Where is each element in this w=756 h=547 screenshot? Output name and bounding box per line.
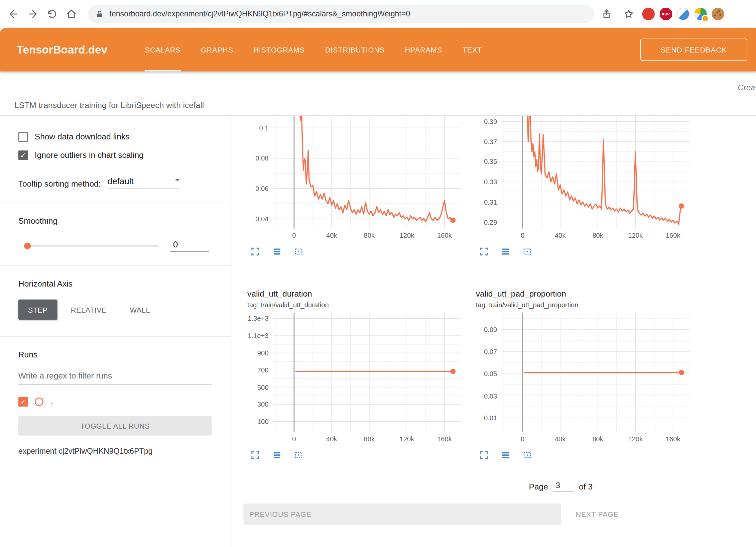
chart-tag: tag: train/valid_utt_duration	[247, 300, 465, 310]
chart-title: valid_utt_duration	[247, 289, 465, 300]
checkbox-icon[interactable]	[18, 150, 28, 160]
y-tick-label: 700	[257, 365, 269, 375]
expand-chart-icon[interactable]	[479, 246, 489, 256]
tab-distributions[interactable]: DISTRIBUTIONS	[325, 28, 385, 72]
axis-relative-button[interactable]: RELATIVE	[61, 300, 116, 320]
abp-extension-icon[interactable]: ABP	[659, 8, 672, 20]
run-checkbox[interactable]	[18, 397, 28, 407]
x-tick-label: 40k	[555, 231, 566, 239]
experiment-id-text: experiment cj2vtPiwQHKN9Q1tx6PTpg	[18, 447, 212, 456]
tab-scalars[interactable]: SCALARS	[145, 28, 180, 72]
send-feedback-button[interactable]: SEND FEEDBACK	[640, 38, 747, 61]
y-tick-label: 0.08	[255, 153, 268, 163]
expand-chart-icon[interactable]	[479, 450, 489, 460]
y-tick-label: 900	[257, 348, 269, 358]
slider-thumb[interactable]	[24, 242, 31, 249]
browser-back-button[interactable]	[4, 4, 23, 24]
x-tick-label: 120k	[628, 435, 643, 443]
experiment-description: LSTM transducer training for LibriSpeech…	[14, 101, 204, 111]
x-tick-label: 80k	[364, 435, 375, 443]
x-tick-label: 80k	[592, 435, 603, 443]
back-arrow-icon	[8, 8, 19, 20]
browser-home-button[interactable]	[62, 4, 81, 24]
y-tick-label: 0.04	[255, 214, 268, 224]
home-icon	[66, 8, 77, 20]
share-button[interactable]	[598, 4, 615, 24]
chart-tag: tag: train/valid_utt_pad_proportion	[476, 300, 694, 310]
profile-avatar[interactable]: 1	[694, 8, 707, 20]
plot-area[interactable]	[273, 313, 462, 432]
fit-domain-icon[interactable]	[294, 450, 304, 460]
y-tick-label: 1.3e+3	[248, 314, 268, 323]
y-tick-label: 0.29	[484, 217, 497, 227]
plot-area[interactable]	[273, 116, 462, 229]
y-tick-label: 0.33	[484, 177, 497, 187]
runs-label: Runs	[18, 350, 212, 360]
show-download-links-row[interactable]: Show data download links	[18, 132, 212, 142]
browser-reload-button[interactable]	[42, 4, 62, 24]
pagination: Page of 3	[529, 477, 756, 492]
expand-chart-icon[interactable]	[250, 450, 260, 460]
x-tick-label: 160k	[666, 435, 680, 443]
checkbox-icon[interactable]	[18, 132, 28, 142]
tooltip-sort-value: default	[108, 177, 134, 187]
y-tick-label: 300	[257, 400, 269, 409]
created-text-clipped: Crea	[738, 83, 755, 92]
x-axis-labels: 040k80k120k160k	[273, 229, 462, 241]
lock-icon	[96, 10, 104, 18]
log-scale-icon[interactable]	[500, 246, 510, 256]
tab-text[interactable]: TEXT	[463, 28, 482, 72]
x-tick-label: 0	[292, 435, 296, 443]
fit-domain-icon[interactable]	[522, 450, 532, 460]
log-scale-icon[interactable]	[272, 450, 282, 460]
divider	[0, 265, 231, 265]
y-axis-labels: 0.290.310.330.350.370.39	[472, 116, 502, 229]
y-tick-label: 0.06	[255, 184, 268, 193]
x-axis-labels: 040k80k120k160k	[273, 432, 462, 445]
previous-page-button[interactable]: PREVIOUS PAGE	[244, 504, 561, 525]
browser-forward-button[interactable]	[23, 4, 42, 24]
plot-area[interactable]	[502, 116, 690, 229]
log-scale-icon[interactable]	[500, 450, 510, 460]
axis-wall-button[interactable]: WALL	[120, 300, 160, 320]
plot-area[interactable]	[502, 313, 690, 432]
x-tick-label: 80k	[592, 231, 603, 239]
slider-track[interactable]	[25, 245, 159, 246]
share-icon	[601, 9, 612, 19]
axis-step-button[interactable]: STEP	[18, 300, 57, 320]
tab-hparams[interactable]: HPARAMS	[405, 28, 442, 72]
run-row[interactable]: .	[18, 397, 212, 407]
expand-chart-icon[interactable]	[250, 246, 260, 256]
abp-badge-text: ABP	[662, 12, 670, 16]
smoothing-slider[interactable]	[25, 242, 159, 249]
fit-domain-icon[interactable]	[294, 246, 304, 256]
y-tick-label: 0.35	[484, 157, 497, 167]
y-tick-label: 1.1e+3	[248, 331, 268, 341]
y-tick-label: 500	[257, 382, 269, 392]
log-scale-icon[interactable]	[272, 246, 282, 256]
chevron-down-icon	[175, 179, 180, 183]
divider	[0, 203, 231, 203]
ignore-outliers-row[interactable]: Ignore outliers in chart scaling	[18, 150, 212, 160]
scalar-chart-card: valid_utt_duration tag: train/valid_utt_…	[244, 289, 466, 462]
tooltip-sort-dropdown[interactable]: default	[108, 177, 180, 189]
chart-title: valid_utt_pad_proportion	[476, 289, 694, 300]
tab-histograms[interactable]: HISTOGRAMS	[253, 28, 305, 72]
runs-filter-input[interactable]	[18, 371, 212, 385]
toggle-all-runs-button[interactable]: TOGGLE ALL RUNS	[18, 416, 212, 436]
address-bar[interactable]: tensorboard.dev/experiment/cj2vtPiwQHKN9…	[88, 5, 594, 23]
page-label: Page	[529, 482, 548, 492]
adblock-extension-icon[interactable]	[642, 8, 655, 20]
bookmark-button[interactable]	[620, 4, 637, 24]
y-tick-label: 0.39	[484, 117, 497, 126]
cookie-extension-icon[interactable]	[712, 8, 724, 20]
fit-domain-icon[interactable]	[522, 246, 532, 256]
tab-graphs[interactable]: GRAPHS	[201, 28, 233, 72]
header-nav: SCALARSGRAPHSHISTOGRAMSDISTRIBUTIONSHPAR…	[145, 28, 482, 72]
page-number-input[interactable]	[553, 481, 574, 492]
next-page-button[interactable]: NEXT PAGE	[573, 510, 622, 519]
brand-logo[interactable]: TensorBoard.dev	[17, 43, 107, 56]
horizontal-axis-label: Horizontal Axis	[18, 279, 212, 289]
smoothing-value-input[interactable]: 0	[170, 240, 209, 252]
blue-extension-icon[interactable]	[677, 8, 689, 20]
